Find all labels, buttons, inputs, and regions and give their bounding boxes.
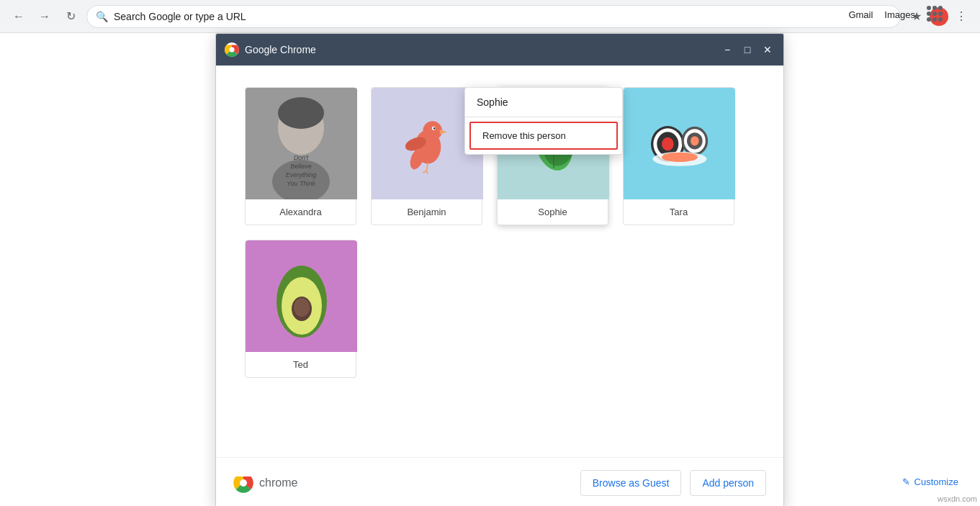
dialog-titlebar: Google Chrome − □ ✕: [216, 34, 783, 65]
svg-point-2: [230, 48, 235, 53]
avatar-bg-ted: [246, 240, 357, 352]
svg-point-13: [423, 121, 442, 140]
watermark: wsxdn.com: [938, 494, 977, 503]
profile-name-benjamin: Benjamin: [372, 199, 482, 225]
forward-button[interactable]: →: [35, 6, 55, 27]
search-icon: 🔍: [96, 11, 108, 22]
customize-label: Customize: [914, 476, 958, 487]
svg-line-18: [426, 163, 428, 171]
svg-line-20: [426, 171, 428, 173]
svg-point-31: [691, 136, 699, 145]
profile-name-tara: Tara: [624, 199, 734, 225]
profile-name-alexandra: Alexandra: [246, 199, 356, 225]
profile-avatar-alexandra: Don't Believe Everything You Think: [246, 88, 357, 199]
svg-text:You Think: You Think: [287, 180, 316, 187]
bird-icon: [392, 108, 464, 180]
svg-point-40: [240, 479, 247, 487]
svg-text:Everything: Everything: [286, 171, 317, 179]
gmail-link[interactable]: Gmail: [848, 9, 873, 20]
add-person-button[interactable]: Add person: [690, 470, 766, 496]
svg-point-16: [433, 127, 435, 130]
svg-text:Believe: Believe: [290, 163, 312, 170]
chrome-brand-text: chrome: [259, 476, 297, 489]
maximize-button[interactable]: □: [740, 42, 755, 57]
profile-avatar-ted: [246, 240, 357, 352]
avatar-bg-tara: [624, 88, 735, 199]
sushi-icon: [644, 108, 716, 180]
menu-button[interactable]: ⋮: [951, 6, 971, 27]
alexandra-illustration: Don't Believe Everything You Think: [246, 88, 357, 199]
profile-name-sophie: Sophie: [498, 199, 608, 225]
avatar-bg-alexandra: Don't Believe Everything You Think: [246, 88, 357, 199]
apps-grid-icon[interactable]: [927, 6, 944, 23]
profile-card-tara[interactable]: Tara: [623, 87, 734, 225]
minimize-button[interactable]: −: [720, 42, 734, 57]
pencil-icon: ✎: [902, 476, 910, 487]
avocado-icon: [266, 250, 338, 343]
profile-card-alexandra[interactable]: Don't Believe Everything You Think Alexa…: [245, 87, 356, 225]
browse-as-guest-button[interactable]: Browse as Guest: [580, 470, 682, 496]
svg-line-19: [423, 171, 426, 173]
svg-marker-14: [439, 130, 446, 135]
chrome-logo-footer: [233, 473, 253, 493]
chrome-brand: chrome: [233, 473, 297, 493]
customize-button[interactable]: ✎ Customize: [895, 472, 966, 492]
context-menu-header: Sophie: [465, 88, 622, 117]
context-menu: Sophie Remove this person: [464, 87, 623, 155]
svg-text:Don't: Don't: [294, 154, 309, 161]
svg-point-5: [278, 97, 324, 129]
close-button[interactable]: ✕: [760, 42, 775, 57]
profile-avatar-tara: [624, 88, 735, 199]
back-button[interactable]: ←: [9, 6, 29, 27]
images-link[interactable]: Images: [884, 9, 915, 20]
browser-bar: ← → ↻ 🔍 Search Google or type a URL ★ ⋮: [0, 0, 980, 33]
svg-point-27: [662, 137, 674, 150]
remove-person-button[interactable]: Remove this person: [469, 122, 618, 150]
svg-point-33: [662, 152, 698, 161]
chrome-logo-icon: [225, 42, 239, 57]
top-right-links: Gmail Images: [848, 6, 944, 23]
svg-point-37: [294, 298, 310, 317]
address-text: Search Google or type a URL: [114, 11, 246, 22]
dialog-title: Google Chrome: [245, 44, 714, 55]
reload-button[interactable]: ↻: [60, 6, 81, 27]
dialog-footer: chrome Browse as Guest Add person: [216, 457, 783, 506]
profile-name-ted: Ted: [246, 352, 356, 377]
profile-card-ted[interactable]: Ted: [245, 240, 356, 378]
profile-picker-dialog: Google Chrome − □ ✕: [215, 33, 784, 506]
dialog-content: Don't Believe Everything You Think Alexa…: [216, 65, 783, 457]
address-bar[interactable]: 🔍 Search Google or type a URL: [86, 5, 901, 28]
